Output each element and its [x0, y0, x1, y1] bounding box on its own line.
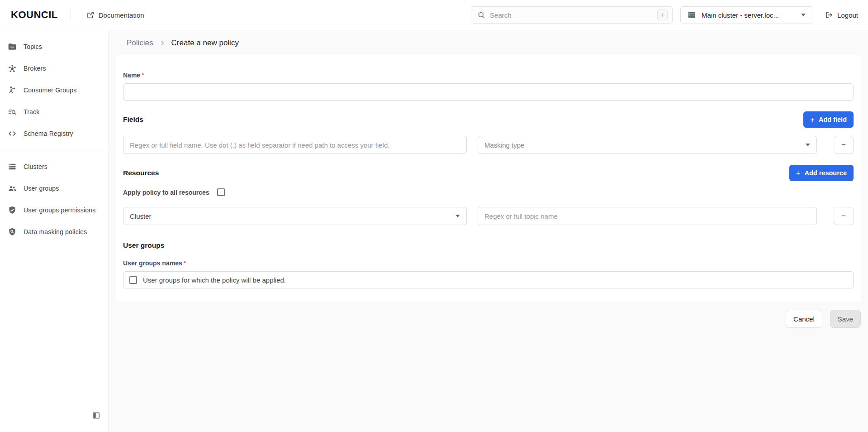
breadcrumb: Policies Create a new policy	[109, 30, 868, 55]
sidebar-item-track[interactable]: Track	[0, 101, 108, 123]
policy-name-input[interactable]	[123, 83, 854, 101]
plus-icon: +	[796, 169, 801, 177]
fields-heading: Fields	[123, 115, 143, 124]
schema-registry-code-icon	[8, 129, 17, 138]
masking-type-placeholder: Masking type	[484, 141, 524, 149]
consumer-groups-icon	[8, 86, 17, 95]
save-button[interactable]: Save	[830, 310, 861, 328]
apply-policy-checkbox[interactable]	[217, 188, 225, 196]
chevron-down-icon	[801, 14, 806, 16]
sidebar-item-clusters[interactable]: Clusters	[0, 156, 108, 178]
topbar-divider	[71, 9, 71, 21]
remove-resource-button[interactable]: −	[834, 207, 854, 225]
resources-heading: Resources	[123, 169, 159, 177]
documentation-link[interactable]: Documentation	[86, 11, 144, 19]
add-field-button[interactable]: + Add field	[803, 111, 854, 128]
plus-icon: +	[810, 116, 815, 124]
sidebar-secondary-group: Clusters User groups User groups permiss…	[0, 156, 108, 243]
user-groups-permissions-shield-icon	[8, 206, 17, 215]
sidebar-item-label: User groups	[24, 185, 59, 192]
sidebar-item-consumer-groups[interactable]: Consumer Groups	[0, 79, 108, 101]
required-asterisk: *	[184, 259, 186, 267]
documentation-label: Documentation	[99, 11, 144, 19]
sidebar-primary-group: Topics Brokers Consumer Groups Track Sch…	[0, 30, 108, 144]
logout-icon	[825, 11, 833, 19]
sidebar-item-label: Consumer Groups	[24, 86, 76, 94]
resource-type-value: Cluster	[130, 212, 152, 220]
search-input[interactable]	[490, 11, 657, 19]
breadcrumb-policies-link[interactable]: Policies	[127, 38, 153, 48]
user-groups-names-label: User groups names*	[123, 259, 854, 267]
cluster-selector[interactable]: Main cluster - server.loc...	[680, 6, 812, 24]
search-icon	[477, 11, 485, 19]
chevron-down-icon	[806, 144, 810, 146]
breadcrumb-current: Create a new policy	[171, 38, 239, 48]
required-asterisk: *	[142, 72, 144, 79]
apply-policy-row: Apply policy to all resources	[123, 188, 854, 196]
sidebar: Topics Brokers Consumer Groups Track Sch…	[0, 30, 109, 432]
sidebar-item-user-groups-permissions[interactable]: User groups permissions	[0, 199, 108, 221]
brokers-hub-icon	[8, 64, 17, 73]
user-groups-selector[interactable]: User groups for which the policy will be…	[123, 271, 854, 288]
track-search-icon	[8, 107, 17, 116]
name-label: Name*	[123, 72, 854, 79]
sidebar-item-label: Topics	[24, 43, 42, 50]
sidebar-item-user-groups[interactable]: User groups	[0, 178, 108, 199]
resource-row: Cluster −	[123, 207, 854, 225]
sidebar-item-label: Brokers	[24, 65, 46, 72]
user-groups-section-header: User groups	[123, 241, 854, 250]
sidebar-item-data-masking-policies[interactable]: Data masking policies	[0, 221, 108, 243]
policy-form-card: Name* Fields + Add field Masking type −	[116, 55, 861, 302]
cancel-button[interactable]: Cancel	[786, 310, 822, 328]
minus-icon: −	[841, 212, 845, 220]
logout-button[interactable]: Logout	[825, 11, 858, 19]
add-resource-button[interactable]: + Add resource	[789, 165, 854, 181]
clusters-storage-icon	[8, 162, 17, 171]
apply-policy-label: Apply policy to all resources	[123, 189, 209, 196]
field-row: Masking type −	[123, 136, 854, 154]
kouncil-logo: KOUNCIL	[11, 9, 58, 21]
sidebar-item-label: Data masking policies	[24, 228, 87, 235]
search-shortcut-badge: /	[657, 10, 668, 20]
masking-type-select[interactable]: Masking type	[478, 136, 817, 154]
fields-section-header: Fields + Add field	[123, 111, 854, 128]
chevron-right-icon	[158, 39, 166, 47]
user-groups-heading: User groups	[123, 241, 164, 250]
topbar: KOUNCIL Documentation / Main cluster - s…	[0, 0, 868, 30]
sidebar-item-brokers[interactable]: Brokers	[0, 58, 108, 79]
sidebar-item-label: Schema Registry	[24, 130, 73, 137]
sidebar-item-label: User groups permissions	[24, 206, 95, 214]
resources-section-header: Resources + Add resource	[123, 165, 854, 181]
resource-type-select[interactable]: Cluster	[123, 207, 467, 225]
cluster-selector-value: Main cluster - server.loc...	[702, 11, 779, 19]
sidebar-divider	[0, 150, 108, 150]
sidebar-item-schema-registry[interactable]: Schema Registry	[0, 123, 108, 144]
form-actions: Cancel Save	[109, 310, 861, 328]
user-groups-selector-placeholder: User groups for which the policy will be…	[143, 276, 286, 284]
field-name-input[interactable]	[123, 136, 467, 154]
data-masking-policies-shield-search-icon	[8, 227, 17, 236]
user-groups-select-all-checkbox[interactable]	[129, 276, 137, 284]
sidebar-item-topics[interactable]: Topics	[0, 36, 108, 58]
collapse-sidebar-icon	[92, 411, 100, 420]
chevron-down-icon	[455, 215, 460, 217]
main-content: Policies Create a new policy Name* Field…	[109, 30, 868, 432]
topic-name-input[interactable]	[478, 207, 817, 225]
external-link-icon	[86, 11, 95, 19]
sidebar-collapse-button[interactable]	[92, 411, 100, 420]
remove-field-button[interactable]: −	[834, 136, 854, 154]
logout-label: Logout	[837, 11, 858, 19]
sidebar-item-label: Track	[24, 108, 39, 115]
sidebar-item-label: Clusters	[24, 163, 47, 170]
topics-folder-icon	[8, 42, 17, 51]
search-box[interactable]: /	[471, 6, 673, 24]
user-groups-people-icon	[8, 184, 17, 193]
storage-icon	[687, 10, 696, 19]
minus-icon: −	[841, 141, 845, 149]
